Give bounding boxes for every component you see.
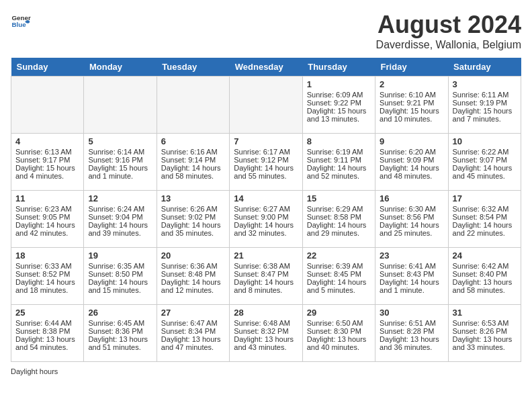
calendar-cell: 22Sunrise: 6:39 AMSunset: 8:45 PMDayligh… bbox=[302, 248, 375, 305]
day-info: Sunrise: 6:13 AMSunset: 9:17 PMDaylight:… bbox=[15, 148, 75, 180]
day-number: 18 bbox=[15, 250, 79, 261]
day-of-week-header: Saturday bbox=[448, 58, 521, 77]
calendar-cell: 15Sunrise: 6:29 AMSunset: 8:58 PMDayligh… bbox=[302, 191, 375, 248]
day-number: 12 bbox=[88, 193, 152, 203]
day-number: 17 bbox=[453, 193, 517, 203]
day-number: 2 bbox=[380, 79, 443, 89]
day-info: Sunrise: 6:29 AMSunset: 8:58 PMDaylight:… bbox=[307, 205, 367, 237]
month-title: August 2024 bbox=[376, 11, 521, 39]
title-area: August 2024 Daverdisse, Wallonia, Belgiu… bbox=[376, 11, 521, 51]
calendar-cell bbox=[157, 77, 229, 134]
calendar-cell bbox=[84, 77, 157, 134]
calendar-cell: 23Sunrise: 6:41 AMSunset: 8:43 PMDayligh… bbox=[375, 248, 448, 305]
day-info: Sunrise: 6:39 AMSunset: 8:45 PMDaylight:… bbox=[307, 262, 367, 294]
calendar-cell: 6Sunrise: 6:16 AMSunset: 9:14 PMDaylight… bbox=[157, 134, 229, 191]
day-number: 7 bbox=[234, 136, 298, 146]
day-number: 4 bbox=[15, 136, 79, 146]
calendar-week-row: 11Sunrise: 6:23 AMSunset: 9:05 PMDayligh… bbox=[11, 191, 521, 248]
calendar-cell: 30Sunrise: 6:51 AMSunset: 8:28 PMDayligh… bbox=[375, 305, 448, 362]
day-info: Sunrise: 6:10 AMSunset: 9:21 PMDaylight:… bbox=[380, 91, 439, 123]
footer-note: Daylight hours bbox=[11, 367, 521, 375]
day-info: Sunrise: 6:11 AMSunset: 9:19 PMDaylight:… bbox=[453, 91, 513, 123]
calendar-cell: 2Sunrise: 6:10 AMSunset: 9:21 PMDaylight… bbox=[375, 77, 448, 134]
day-number: 16 bbox=[380, 193, 443, 203]
day-number: 22 bbox=[307, 250, 371, 261]
day-info: Sunrise: 6:44 AMSunset: 8:38 PMDaylight:… bbox=[15, 319, 75, 351]
day-of-week-header: Sunday bbox=[11, 58, 84, 77]
calendar-cell: 7Sunrise: 6:17 AMSunset: 9:12 PMDaylight… bbox=[230, 134, 302, 191]
day-number: 15 bbox=[307, 193, 371, 203]
day-info: Sunrise: 6:09 AMSunset: 9:22 PMDaylight:… bbox=[307, 91, 367, 123]
day-number: 23 bbox=[380, 250, 443, 261]
calendar-week-row: 1Sunrise: 6:09 AMSunset: 9:22 PMDaylight… bbox=[11, 77, 521, 134]
day-number: 5 bbox=[88, 136, 152, 146]
day-number: 6 bbox=[161, 136, 225, 146]
day-number: 24 bbox=[453, 250, 517, 261]
day-info: Sunrise: 6:17 AMSunset: 9:12 PMDaylight:… bbox=[234, 148, 294, 180]
day-number: 26 bbox=[88, 308, 152, 318]
calendar-cell: 12Sunrise: 6:24 AMSunset: 9:04 PMDayligh… bbox=[84, 191, 157, 248]
day-number: 27 bbox=[161, 308, 225, 318]
calendar-cell: 9Sunrise: 6:20 AMSunset: 9:09 PMDaylight… bbox=[375, 134, 448, 191]
day-info: Sunrise: 6:32 AMSunset: 8:54 PMDaylight:… bbox=[453, 205, 513, 237]
logo: General Blue bbox=[11, 11, 31, 31]
day-info: Sunrise: 6:27 AMSunset: 9:00 PMDaylight:… bbox=[234, 205, 294, 237]
calendar-week-row: 25Sunrise: 6:44 AMSunset: 8:38 PMDayligh… bbox=[11, 305, 521, 362]
day-of-week-header: Wednesday bbox=[230, 58, 302, 77]
day-info: Sunrise: 6:51 AMSunset: 8:28 PMDaylight:… bbox=[380, 319, 439, 351]
calendar-cell: 13Sunrise: 6:26 AMSunset: 9:02 PMDayligh… bbox=[157, 191, 229, 248]
day-number: 9 bbox=[380, 136, 443, 146]
day-number: 3 bbox=[453, 79, 517, 89]
calendar-cell: 10Sunrise: 6:22 AMSunset: 9:07 PMDayligh… bbox=[448, 134, 521, 191]
calendar-cell: 8Sunrise: 6:19 AMSunset: 9:11 PMDaylight… bbox=[302, 134, 375, 191]
calendar-cell bbox=[230, 77, 302, 134]
calendar-cell: 31Sunrise: 6:53 AMSunset: 8:26 PMDayligh… bbox=[448, 305, 521, 362]
day-number: 10 bbox=[453, 136, 517, 146]
day-info: Sunrise: 6:23 AMSunset: 9:05 PMDaylight:… bbox=[15, 205, 75, 237]
day-info: Sunrise: 6:38 AMSunset: 8:47 PMDaylight:… bbox=[234, 262, 294, 294]
calendar-cell: 1Sunrise: 6:09 AMSunset: 9:22 PMDaylight… bbox=[302, 77, 375, 134]
calendar-cell: 18Sunrise: 6:33 AMSunset: 8:52 PMDayligh… bbox=[11, 248, 84, 305]
day-info: Sunrise: 6:19 AMSunset: 9:11 PMDaylight:… bbox=[307, 148, 367, 180]
day-number: 19 bbox=[88, 250, 152, 261]
day-number: 25 bbox=[15, 308, 79, 318]
day-info: Sunrise: 6:42 AMSunset: 8:40 PMDaylight:… bbox=[453, 262, 513, 294]
calendar-cell: 27Sunrise: 6:47 AMSunset: 8:34 PMDayligh… bbox=[157, 305, 229, 362]
day-info: Sunrise: 6:41 AMSunset: 8:43 PMDaylight:… bbox=[380, 262, 439, 294]
calendar-week-row: 18Sunrise: 6:33 AMSunset: 8:52 PMDayligh… bbox=[11, 248, 521, 305]
day-info: Sunrise: 6:50 AMSunset: 8:30 PMDaylight:… bbox=[307, 319, 367, 351]
calendar-cell bbox=[11, 77, 84, 134]
calendar-week-row: 4Sunrise: 6:13 AMSunset: 9:17 PMDaylight… bbox=[11, 134, 521, 191]
day-number: 29 bbox=[307, 308, 371, 318]
logo-icon: General Blue bbox=[11, 11, 31, 31]
day-info: Sunrise: 6:35 AMSunset: 8:50 PMDaylight:… bbox=[88, 262, 148, 294]
day-info: Sunrise: 6:33 AMSunset: 8:52 PMDaylight:… bbox=[15, 262, 75, 294]
day-info: Sunrise: 6:48 AMSunset: 8:32 PMDaylight:… bbox=[234, 319, 294, 351]
day-info: Sunrise: 6:16 AMSunset: 9:14 PMDaylight:… bbox=[161, 148, 221, 180]
calendar-cell: 17Sunrise: 6:32 AMSunset: 8:54 PMDayligh… bbox=[448, 191, 521, 248]
calendar-cell: 29Sunrise: 6:50 AMSunset: 8:30 PMDayligh… bbox=[302, 305, 375, 362]
svg-text:Blue: Blue bbox=[12, 21, 27, 28]
calendar-cell: 5Sunrise: 6:14 AMSunset: 9:16 PMDaylight… bbox=[84, 134, 157, 191]
day-number: 14 bbox=[234, 193, 298, 203]
day-of-week-header: Thursday bbox=[302, 58, 375, 77]
day-number: 31 bbox=[453, 308, 517, 318]
day-info: Sunrise: 6:14 AMSunset: 9:16 PMDaylight:… bbox=[88, 148, 148, 180]
header: General Blue August 2024 Daverdisse, Wal… bbox=[11, 11, 521, 51]
day-info: Sunrise: 6:26 AMSunset: 9:02 PMDaylight:… bbox=[161, 205, 221, 237]
day-info: Sunrise: 6:45 AMSunset: 8:36 PMDaylight:… bbox=[88, 319, 148, 351]
location-title: Daverdisse, Wallonia, Belgium bbox=[376, 39, 521, 51]
day-of-week-header: Friday bbox=[375, 58, 448, 77]
day-info: Sunrise: 6:47 AMSunset: 8:34 PMDaylight:… bbox=[161, 319, 221, 351]
calendar-cell: 26Sunrise: 6:45 AMSunset: 8:36 PMDayligh… bbox=[84, 305, 157, 362]
day-number: 11 bbox=[15, 193, 79, 203]
calendar-cell: 20Sunrise: 6:36 AMSunset: 8:48 PMDayligh… bbox=[157, 248, 229, 305]
day-number: 8 bbox=[307, 136, 371, 146]
day-number: 21 bbox=[234, 250, 298, 261]
calendar-cell: 3Sunrise: 6:11 AMSunset: 9:19 PMDaylight… bbox=[448, 77, 521, 134]
calendar-cell: 14Sunrise: 6:27 AMSunset: 9:00 PMDayligh… bbox=[230, 191, 302, 248]
day-info: Sunrise: 6:22 AMSunset: 9:07 PMDaylight:… bbox=[453, 148, 513, 180]
svg-text:General: General bbox=[12, 14, 32, 21]
day-of-week-header: Monday bbox=[84, 58, 157, 77]
calendar-cell: 11Sunrise: 6:23 AMSunset: 9:05 PMDayligh… bbox=[11, 191, 84, 248]
